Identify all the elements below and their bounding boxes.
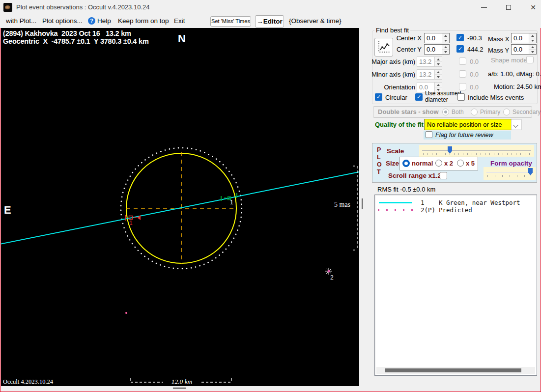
offset-x-checkbox[interactable]: ✓ (456, 34, 464, 41)
plot-canvas (1, 28, 359, 386)
circular-checkbox[interactable]: ✓ (375, 93, 382, 101)
window-title: Plot event observations : Occult v.4.202… (16, 3, 149, 11)
center-y-value: 0.0 (427, 46, 435, 53)
mass-y-spinner[interactable]: 0.0 (511, 44, 537, 55)
horizontal-scrollbar[interactable] (376, 367, 535, 374)
menu-help[interactable]: Help (97, 17, 111, 25)
menu-plot-options[interactable]: Plot options... (42, 17, 83, 25)
form-opacity-thumb[interactable] (528, 168, 533, 175)
center-y-spinner[interactable]: 0.0 (424, 44, 450, 55)
plot-header-line1: (2894) Kakhovka 2023 Oct 16 13.2 km (3, 29, 131, 37)
plot-bottom-dash (173, 388, 186, 389)
observer-time-label: {Observer & time} (289, 17, 342, 25)
editor-button[interactable]: →Editor (255, 15, 284, 28)
scroll-range-label: Scroll range x1.25 (388, 172, 445, 179)
center-y-spin-buttons[interactable] (442, 45, 449, 54)
include-miss-checkbox[interactable] (457, 93, 465, 101)
double-both-label: Both (452, 109, 464, 115)
scale-slider-groove (422, 150, 531, 151)
scale-slider-thumb[interactable] (448, 146, 452, 154)
quality-value: No reliable position or size (427, 121, 502, 128)
size-x2-label[interactable]: x 2 (444, 160, 453, 167)
size-normal-label[interactable]: normal (412, 160, 433, 167)
quality-label: Quality of the fit (375, 121, 424, 128)
form-opacity-label: Form opacity (490, 160, 532, 167)
menu-exit[interactable]: Exit (174, 17, 185, 25)
minor-unc-value: 0.0 (470, 71, 479, 78)
list-item[interactable]: 2(P) Predicted (375, 206, 537, 214)
predicted-star-marker (325, 268, 332, 275)
mass-y-value: 0.0 (513, 46, 522, 53)
occult-window: Plot event observations : Occult v.4.202… (0, 0, 541, 392)
close-button[interactable]: ✕ (522, 0, 541, 15)
observation-list[interactable]: 1 K Green, near Westport 2(P) Predicted (374, 195, 537, 376)
double-primary-label: Primary (480, 109, 500, 115)
center-x-spin-buttons[interactable] (442, 33, 449, 43)
use-assumed-line2: diameter (425, 96, 448, 103)
form-opacity-slider[interactable] (484, 167, 536, 180)
scroll-range-checkbox[interactable] (440, 172, 447, 179)
quality-dropdown[interactable]: No reliable position or size (424, 119, 521, 130)
title-bar: Plot event observations : Occult v.4.202… (0, 0, 541, 15)
mas-scale-label: 5 mas (334, 201, 350, 209)
center-y-label: Center Y (387, 46, 422, 53)
offset-x-value: -90.3 (467, 34, 482, 42)
center-x-spinner[interactable]: 0.0 (424, 33, 450, 43)
mass-x-spin-buttons[interactable] (529, 33, 536, 43)
cyan-line-swatch (379, 202, 412, 203)
legend-name: K Green, near Westport (439, 199, 520, 206)
maximize-button[interactable] (497, 0, 520, 15)
mass-y-spin-buttons[interactable] (529, 45, 536, 54)
use-assumed-diameter-checkbox[interactable]: ✓ (415, 93, 423, 101)
splitter-tick (362, 198, 363, 209)
list-item[interactable]: 1 K Green, near Westport (375, 199, 537, 206)
app-icon (3, 3, 12, 12)
offset-y-checkbox[interactable]: ✓ (456, 45, 464, 53)
plot-letter-p: P (377, 146, 381, 153)
chord-line (1, 172, 359, 244)
major-axis-spin-buttons[interactable] (434, 57, 442, 66)
double-secondary-radio (503, 109, 510, 115)
predicted-number: 2 (330, 274, 334, 281)
major-unc-value: 0.0 (470, 58, 479, 65)
minor-axis-spin-buttons[interactable] (434, 70, 442, 79)
orientation-unc-value: 0.0 (470, 84, 479, 91)
minimize-button[interactable] (473, 0, 495, 15)
center-x-value: 0.0 (427, 34, 435, 42)
mas-scale-bracket (353, 166, 357, 250)
scale-slider-ticks (423, 153, 530, 155)
double-secondary-label: Secondary (513, 109, 541, 115)
mass-y-label: Mass Y (488, 47, 509, 54)
size-x5-label[interactable]: x 5 (466, 160, 475, 167)
size-x2-radio[interactable] (435, 160, 442, 167)
flag-checkbox[interactable] (426, 131, 432, 138)
size-label: Size (386, 160, 399, 167)
shape-model-label: Shape model (491, 56, 529, 64)
major-axis-label: Major axis (km) (368, 58, 415, 65)
km-scale-label: 12.0 km (163, 378, 200, 386)
close-icon: ✕ (530, 3, 536, 11)
scale-slider[interactable] (419, 145, 534, 157)
major-axis-spinner[interactable]: 13.2 (417, 56, 442, 67)
plot-area[interactable]: (2894) Kakhovka 2023 Oct 16 13.2 km Geoc… (1, 28, 359, 386)
ab-dmag-label: a/b: 1.00, dMag: 0.00 (488, 70, 541, 78)
menu-keep-on-top[interactable]: Keep form on top (118, 17, 169, 25)
orientation-label: Orientation (368, 84, 415, 91)
double-both-radio (442, 109, 449, 115)
double-primary-radio (471, 109, 478, 115)
plot-letter-l: L (377, 154, 381, 161)
scrollbar-thumb[interactable] (385, 368, 521, 372)
north-label: N (178, 32, 186, 45)
quality-dropdown-chevron-icon[interactable] (511, 119, 521, 130)
size-x5-radio[interactable] (457, 160, 464, 167)
chord1-start-number: 1 (129, 220, 133, 226)
center-x-label: Center X (387, 34, 422, 42)
set-miss-times-button[interactable]: Set 'Miss' Times (210, 16, 251, 27)
size-normal-radio[interactable] (402, 160, 410, 167)
legend-num: 1 (421, 199, 425, 206)
mass-x-spinner[interactable]: 0.0 (511, 33, 537, 43)
chord1-end-number: 1 (230, 199, 233, 206)
plot-options-panel: P L O T Scale Size normal x 2 x 5 Form o… (372, 143, 537, 183)
menu-with-plot[interactable]: with Plot... (6, 17, 36, 25)
minor-axis-spinner[interactable]: 13.2 (417, 69, 442, 80)
